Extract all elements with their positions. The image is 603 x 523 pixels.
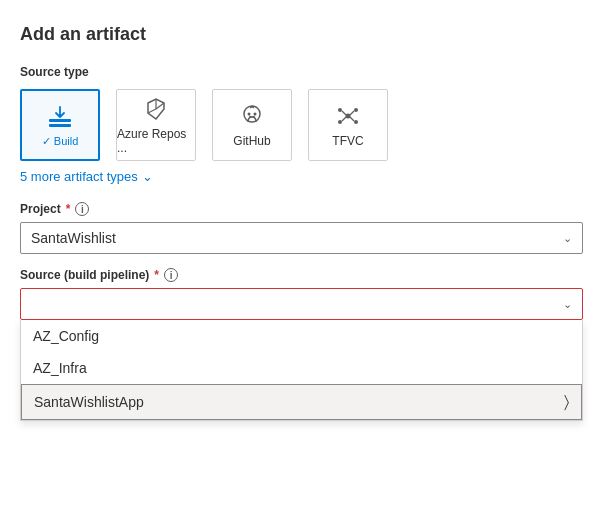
svg-rect-1 xyxy=(49,124,71,127)
svg-point-4 xyxy=(254,113,257,116)
source-type-section: Source type ✓ Build Azure Repos ... xyxy=(20,65,583,184)
source-pipeline-chevron-icon: ⌄ xyxy=(563,298,572,311)
source-pipeline-select[interactable]: ⌄ xyxy=(20,288,583,320)
dropdown-item-az-config[interactable]: AZ_Config xyxy=(21,320,582,352)
dropdown-item-santa-wishlist-app[interactable]: SantaWishlistApp 〉 xyxy=(21,384,582,420)
more-types-text: 5 more artifact types xyxy=(20,169,138,184)
page-title: Add an artifact xyxy=(20,24,583,45)
cursor-icon: 〉 xyxy=(564,393,569,411)
svg-point-6 xyxy=(338,108,342,112)
github-card-icon xyxy=(238,102,266,130)
source-pipeline-field-row: Source (build pipeline) * i ⌄ AZ_Config … xyxy=(20,268,583,320)
dropdown-item-az-config-label: AZ_Config xyxy=(33,328,99,344)
source-type-label: Source type xyxy=(20,65,583,79)
source-card-github[interactable]: GitHub xyxy=(212,89,292,161)
more-artifact-types-link[interactable]: 5 more artifact types ⌄ xyxy=(20,169,583,184)
svg-point-7 xyxy=(354,108,358,112)
source-pipeline-info-icon[interactable]: i xyxy=(164,268,178,282)
dropdown-item-az-infra-label: AZ_Infra xyxy=(33,360,87,376)
svg-rect-0 xyxy=(49,119,71,122)
build-card-icon xyxy=(46,103,74,131)
source-pipeline-dropdown-list: AZ_Config AZ_Infra SantaWishlistApp 〉 xyxy=(20,320,583,421)
source-card-azure-repos[interactable]: Azure Repos ... xyxy=(116,89,196,161)
svg-point-5 xyxy=(346,114,351,119)
source-card-tfvc[interactable]: TFVC xyxy=(308,89,388,161)
project-info-icon[interactable]: i xyxy=(75,202,89,216)
source-pipeline-label: Source (build pipeline) * i xyxy=(20,268,583,282)
tfvc-card-icon xyxy=(334,102,362,130)
svg-point-9 xyxy=(354,120,358,124)
project-select-value: SantaWishlist xyxy=(31,230,116,246)
source-pipeline-dropdown-container: ⌄ AZ_Config AZ_Infra SantaWishlistApp 〉 xyxy=(20,288,583,320)
project-required-star: * xyxy=(66,202,71,216)
tfvc-label: TFVC xyxy=(332,134,363,148)
svg-line-13 xyxy=(350,117,354,121)
build-checkmark: ✓ Build xyxy=(42,135,79,148)
azure-repos-label: Azure Repos ... xyxy=(117,127,195,155)
dropdown-item-az-infra[interactable]: AZ_Infra xyxy=(21,352,582,384)
project-label-text: Project xyxy=(20,202,61,216)
svg-line-12 xyxy=(342,117,346,121)
source-pipeline-label-text: Source (build pipeline) xyxy=(20,268,149,282)
svg-line-10 xyxy=(342,111,346,115)
project-field-row: Project * i SantaWishlist ⌄ xyxy=(20,202,583,254)
project-select[interactable]: SantaWishlist ⌄ xyxy=(20,222,583,254)
source-type-cards: ✓ Build Azure Repos ... GitHub xyxy=(20,89,583,161)
project-label: Project * i xyxy=(20,202,583,216)
svg-point-3 xyxy=(248,113,251,116)
chevron-down-icon: ⌄ xyxy=(142,169,153,184)
github-label: GitHub xyxy=(233,134,270,148)
svg-line-11 xyxy=(350,111,354,115)
project-chevron-icon: ⌄ xyxy=(563,232,572,245)
dropdown-item-santa-wishlist-app-label: SantaWishlistApp xyxy=(34,394,144,410)
svg-point-2 xyxy=(244,106,260,122)
source-pipeline-required-star: * xyxy=(154,268,159,282)
azure-repos-card-icon xyxy=(142,95,170,123)
source-card-build[interactable]: ✓ Build xyxy=(20,89,100,161)
svg-point-8 xyxy=(338,120,342,124)
